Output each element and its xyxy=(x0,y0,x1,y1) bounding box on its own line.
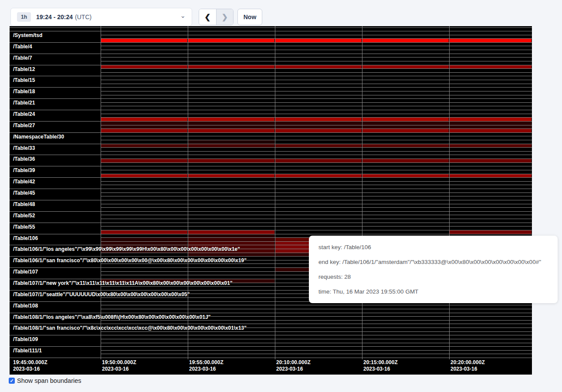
show-span-boundaries-checkbox[interactable]: ✓ xyxy=(9,378,15,384)
heat-band xyxy=(188,144,274,148)
heat-band xyxy=(188,253,274,257)
span-boundary-line xyxy=(101,350,532,351)
heat-band xyxy=(275,174,362,178)
row-label: /Table/18 xyxy=(13,89,35,95)
heat-band xyxy=(362,129,449,132)
time-range-selector[interactable]: 1h 19:24 - 20:24 (UTC) ⌄ xyxy=(10,8,192,26)
row-label: /Table/55 xyxy=(13,224,35,230)
span-boundary-line xyxy=(101,72,532,73)
chevron-down-icon: ⌄ xyxy=(180,14,186,18)
heat-band xyxy=(362,144,449,148)
key-visualizer-canvas[interactable]: /System/tsd/Table/4/Table/7/Table/12/Tab… xyxy=(10,26,532,375)
row-label: /NamespaceTable/30 xyxy=(13,134,64,140)
row-label: /Table/4 xyxy=(13,44,32,50)
next-time-button[interactable]: ❯ xyxy=(217,9,234,25)
show-span-boundaries-row: ✓ Show span boundaries xyxy=(9,377,81,384)
heat-band xyxy=(101,230,187,234)
heat-band xyxy=(450,125,532,129)
now-button[interactable]: Now xyxy=(237,9,262,25)
row-label: /Table/45 xyxy=(13,190,35,196)
time-range-label: 19:24 - 20:24 xyxy=(36,14,73,20)
span-boundary-line xyxy=(10,144,532,144)
span-boundary-line xyxy=(10,234,532,234)
span-boundary-line xyxy=(101,61,532,61)
span-boundary-line xyxy=(101,84,532,84)
span-boundary-line xyxy=(101,80,532,80)
span-boundary-line xyxy=(10,27,532,28)
span-boundary-line xyxy=(101,114,532,114)
heat-band xyxy=(101,39,187,42)
heat-band xyxy=(101,118,187,121)
span-boundary-line xyxy=(101,151,532,152)
row-label: /Table/27 xyxy=(13,123,35,128)
tooltip-time: time: Thu, 16 Mar 2023 19:55:00 GMT xyxy=(318,288,548,295)
x-axis-date: 2023-03-16 xyxy=(363,366,390,372)
row-label: /Table/36 xyxy=(13,156,35,162)
heat-band xyxy=(275,39,362,42)
span-boundary-line xyxy=(10,211,532,212)
heat-band xyxy=(362,159,449,162)
heat-band xyxy=(450,129,532,132)
row-label: /Table/15 xyxy=(13,78,35,83)
span-boundary-line xyxy=(10,189,532,189)
heat-band xyxy=(362,65,449,69)
span-boundary-line xyxy=(10,87,532,88)
span-boundary-line xyxy=(10,166,532,166)
chevron-left-icon: ❮ xyxy=(204,13,210,22)
span-boundary-line xyxy=(101,35,532,35)
time-nav-group: ❮ ❯ xyxy=(199,9,234,25)
row-label: /System/tsd xyxy=(13,33,42,38)
span-boundary-line xyxy=(101,207,532,208)
span-boundary-line xyxy=(10,132,532,133)
x-axis-time: 20:10:00.000Z xyxy=(276,360,311,365)
span-boundary-line xyxy=(101,106,532,106)
heat-band xyxy=(188,129,274,132)
span-boundary-line xyxy=(101,57,532,57)
row-label: /Table/106 xyxy=(13,236,38,241)
heat-band xyxy=(188,65,274,69)
heat-band xyxy=(362,174,449,178)
heat-band xyxy=(101,174,187,178)
tooltip-start-key: start key: /Table/106 xyxy=(318,244,548,250)
span-boundary-line xyxy=(10,76,532,76)
prev-time-button[interactable]: ❮ xyxy=(199,9,217,25)
heat-band xyxy=(101,144,187,148)
tooltip-end-key: end key: /Table/106/1/"amsterdam"/"\xb33… xyxy=(318,259,548,265)
heat-band xyxy=(450,230,532,234)
row-label: /Table/107 xyxy=(13,269,38,275)
span-boundary-line xyxy=(10,121,532,122)
x-axis-time: 20:20:00.000Z xyxy=(450,360,485,365)
span-boundary-line xyxy=(101,117,532,118)
span-boundary-line xyxy=(101,331,532,332)
heat-band xyxy=(450,144,532,148)
span-boundary-line xyxy=(10,54,532,54)
span-boundary-line xyxy=(10,177,532,178)
span-boundary-line xyxy=(101,309,532,309)
span-boundary-line xyxy=(101,230,532,230)
heat-band xyxy=(275,144,362,148)
span-boundary-line xyxy=(10,42,532,43)
row-label: /Table/52 xyxy=(13,213,35,219)
row-label: /Table/106/1/"san francisco"/"\x80\x00\x… xyxy=(13,258,247,264)
heat-band xyxy=(275,65,362,69)
row-label: /Table/107/1/"seattle"/"UUUUUUD\x00\x80\… xyxy=(13,292,190,297)
span-boundary-line xyxy=(101,95,532,95)
row-label: /Table/33 xyxy=(13,145,35,151)
heat-band xyxy=(188,242,274,245)
chevron-right-icon: ❯ xyxy=(222,13,228,22)
span-boundary-line xyxy=(101,91,532,91)
span-boundary-line xyxy=(101,162,532,163)
row-label: /Table/42 xyxy=(13,179,35,185)
heat-band xyxy=(188,234,274,238)
row-label: /Table/106/1/"los angeles"/"\x99\x99\x99… xyxy=(13,247,240,252)
row-label: /Table/48 xyxy=(13,202,35,207)
span-boundary-line xyxy=(101,140,532,140)
heat-band xyxy=(450,118,532,121)
heat-band xyxy=(450,174,532,178)
span-boundary-line xyxy=(101,50,532,50)
heat-band xyxy=(275,125,362,129)
row-label: /Table/108/1/"san francisco"/"\x8c\xcc\x… xyxy=(13,325,247,331)
heat-band xyxy=(188,230,274,234)
span-boundary-line xyxy=(10,324,532,324)
span-boundary-line xyxy=(101,128,532,129)
